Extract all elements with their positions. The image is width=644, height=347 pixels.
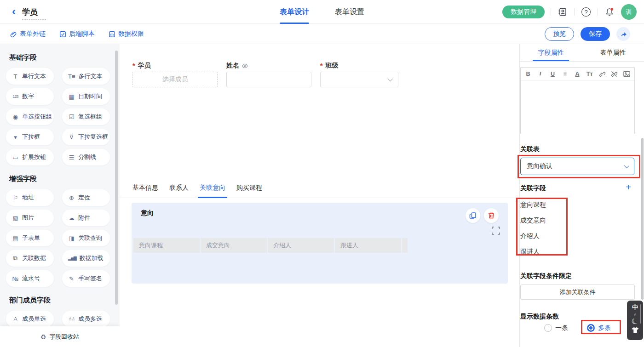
underline-icon[interactable]: U — [550, 71, 556, 77]
related-field-item[interactable]: 介绍人 — [520, 232, 540, 240]
extend-button-icon: ▭ — [12, 154, 19, 161]
tab-basic-info[interactable]: 基本信息 — [132, 184, 158, 198]
radio-single[interactable] — [544, 324, 552, 332]
sidebar-field-multi-select[interactable]: ⊽下拉复选框 — [62, 129, 110, 145]
sidebar-field-attachment[interactable]: ☁附件 — [62, 210, 110, 226]
field-class[interactable]: *班级 — [320, 61, 398, 87]
related-table-label: 关联表 — [520, 145, 540, 154]
unlink-icon[interactable] — [611, 71, 617, 77]
font-color-icon[interactable]: A — [574, 71, 581, 77]
sidebar-scrollbar[interactable] — [115, 51, 118, 305]
chinese-lang-icon[interactable]: 中 — [632, 303, 638, 312]
sidebar-field-divider[interactable]: ☰分割线 — [62, 149, 110, 165]
translation-widget[interactable]: 中 ♂ ☾ — [627, 301, 643, 340]
sidebar-field-radio-group[interactable]: ◉单选按钮组 — [6, 108, 54, 125]
column-header[interactable]: 跟进人 — [335, 238, 401, 253]
tab-field-properties[interactable]: 字段属性 — [520, 44, 582, 61]
preview-button[interactable]: 预览 — [545, 27, 574, 41]
section-title-member-fields: 部门成员字段 — [9, 296, 120, 305]
description-rich-editor[interactable]: B I U ≡ A Tт — [520, 67, 635, 134]
notification-bell-icon[interactable] — [604, 6, 615, 17]
field-name[interactable]: 姓名 — [226, 61, 311, 87]
share-button[interactable] — [616, 27, 630, 41]
sidebar-field-number[interactable]: 123数字 — [6, 88, 54, 105]
sidebar-field-member-multi[interactable]: ♙♙成员多选 — [62, 311, 110, 327]
moon-icon[interactable]: ☾ — [630, 317, 640, 326]
sidebar-field-data-load[interactable]: ▂▅▇数据加载 — [62, 250, 110, 267]
field-recycle-bin[interactable]: ♻ 字段回收站 — [0, 326, 120, 347]
tab-purchased-courses[interactable]: 购买课程 — [236, 184, 262, 198]
delete-button[interactable] — [484, 208, 499, 223]
name-input[interactable] — [226, 72, 311, 87]
intention-subform-panel[interactable]: 意向 意向课程 成交意向 介绍人 跟进 — [132, 203, 508, 284]
related-field-item[interactable]: 成交意向 — [520, 216, 546, 225]
sidebar-field-datetime[interactable]: ▦日期时间 — [62, 88, 110, 105]
column-header[interactable]: 介绍人 — [268, 238, 334, 253]
tab-form-properties[interactable]: 表单属性 — [582, 44, 644, 61]
class-select[interactable] — [320, 72, 398, 87]
sidebar-field-signature[interactable]: ✎手写签名 — [62, 270, 110, 287]
sidebar-field-serial-number[interactable]: №流水号 — [6, 270, 54, 287]
sidebar-field-extend-button[interactable]: ▭扩展按钮 — [6, 149, 54, 165]
properties-tab-bar: 字段属性 表单属性 — [520, 44, 644, 62]
copy-button[interactable] — [466, 208, 480, 223]
chevron-down-icon — [624, 163, 629, 168]
editor-toolbar: B I U ≡ A Tт — [521, 68, 634, 80]
external-link-item[interactable]: 表单外链 — [10, 30, 46, 38]
sidebar-field-subform[interactable]: ▤子表单 — [6, 230, 54, 246]
align-icon[interactable]: ≡ — [562, 71, 568, 77]
divider — [551, 8, 551, 16]
link-icon[interactable] — [599, 71, 605, 77]
contact-book-icon[interactable] — [557, 6, 568, 17]
tab-form-settings[interactable]: 表单设置 — [335, 0, 364, 24]
radio-multiple-label[interactable]: 多条 — [598, 324, 611, 332]
sidebar-field-select[interactable]: ▾下拉框 — [6, 129, 54, 145]
focus-corners-icon[interactable] — [492, 227, 500, 235]
font-size-icon[interactable]: Tт — [586, 71, 593, 77]
add-condition-button[interactable]: 添加关联条件 — [520, 284, 635, 300]
tab-contacts[interactable]: 联系人 — [169, 184, 189, 198]
add-field-icon[interactable]: + — [626, 182, 631, 192]
tshirt-icon[interactable] — [632, 327, 639, 333]
data-permission-item[interactable]: 数据权限 — [109, 30, 144, 38]
avatar[interactable]: 训 — [621, 4, 637, 20]
related-field-item[interactable]: 意向课程 — [520, 201, 546, 209]
help-icon[interactable]: ? — [581, 6, 592, 17]
related-table-select[interactable]: 意向确认 — [520, 158, 634, 175]
sidebar-field-multi-text[interactable]: T≡多行文本 — [62, 68, 110, 85]
backend-script-item[interactable]: 后端脚本 — [59, 30, 95, 38]
widget-scrollbar — [640, 304, 641, 324]
italic-icon[interactable]: I — [537, 70, 544, 77]
panel-title: 意向 — [141, 209, 154, 217]
sidebar-field-related-data[interactable]: ⧉关联数据 — [6, 250, 54, 267]
sidebar-field-checkbox-group[interactable]: ☑复选框组 — [62, 108, 110, 125]
sidebar-field-location[interactable]: ⊕定位 — [62, 189, 110, 206]
sidebar-field-address[interactable]: ⚐地址 — [6, 189, 54, 206]
form-canvas[interactable]: *学员 选择成员 姓名 *班级 基本信息 — [120, 44, 519, 347]
tab-related-intention[interactable]: 关联意向 — [200, 184, 225, 198]
radio-single-label[interactable]: 一条 — [555, 324, 568, 332]
sidebar-field-member-single[interactable]: ♙成员单选 — [6, 311, 54, 327]
related-field-item[interactable]: 跟进人 — [520, 248, 540, 256]
data-manage-button[interactable]: 数据管理 — [502, 6, 545, 18]
insert-image-icon[interactable] — [623, 71, 630, 77]
tab-form-design[interactable]: 表单设计 — [280, 0, 309, 24]
number-icon: 123 — [12, 94, 19, 99]
radio-multiple[interactable] — [587, 324, 595, 332]
field-library-sidebar: 基础字段 T单行文本 T≡多行文本 123数字 ▦日期时间 ◉单选按钮组 ☑复选… — [0, 44, 120, 347]
bold-icon[interactable]: B — [525, 71, 531, 77]
sidebar-field-related-query[interactable]: ◨关联查询 — [62, 230, 110, 246]
chevron-down-icon — [388, 76, 393, 81]
sidebar-field-image[interactable]: ▧图片 — [6, 210, 54, 226]
display-count-label: 显示数据条数 — [520, 313, 559, 321]
member-picker[interactable]: 选择成员 — [132, 72, 218, 87]
sidebar-field-single-text[interactable]: T单行文本 — [6, 68, 54, 85]
field-student[interactable]: *学员 选择成员 — [132, 61, 218, 87]
subform-table-header: 意向课程 成交意向 介绍人 跟进人 — [133, 238, 408, 253]
person-icon: ♙ — [12, 316, 19, 323]
people-icon: ♙♙ — [68, 317, 75, 321]
column-header[interactable]: 成交意向 — [201, 238, 267, 253]
properties-scrollbar[interactable] — [641, 138, 644, 300]
save-button[interactable]: 保存 — [581, 27, 610, 41]
column-header[interactable]: 意向课程 — [133, 238, 200, 253]
